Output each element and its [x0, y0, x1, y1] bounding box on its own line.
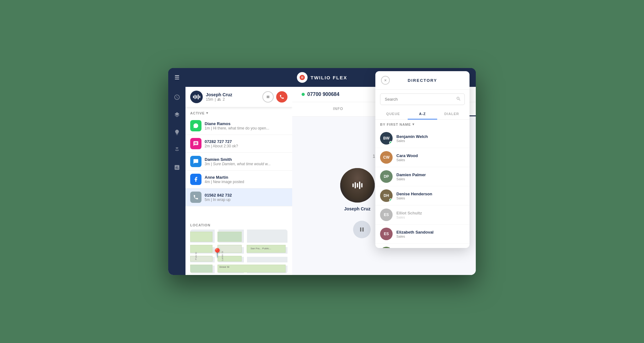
task-item[interactable]: Diane Ramos 1m | Hi there, what time do …	[185, 117, 292, 135]
directory-header: × DIRECTORY	[375, 71, 470, 90]
tab-dialer[interactable]: DIALER	[437, 109, 466, 119]
bulb-icon[interactable]	[171, 127, 183, 138]
contact-role: Sales	[396, 158, 465, 162]
tab-info[interactable]: INFO	[292, 102, 384, 116]
task-content: Anne Martin 4m | New image posted	[205, 175, 287, 184]
call-phone-number: 07700 900684	[307, 92, 339, 97]
directory-close-button[interactable]: ×	[381, 76, 390, 85]
map-area: Polk St Larkin St San Fra... Public... G…	[190, 230, 287, 273]
status-indicator	[389, 198, 392, 202]
sort-dropdown-icon: ▾	[412, 122, 415, 126]
tab-queue[interactable]: QUEUE	[378, 109, 408, 119]
task-item[interactable]: 01562 842 732 5m | In wrap up	[185, 188, 292, 206]
contact-info: Elizabeth Sandoval Sales	[396, 230, 465, 238]
contact-name: Cara Wood	[396, 153, 465, 158]
contact-role: Sales	[396, 139, 465, 143]
task-name: 07282 727 727	[205, 139, 287, 144]
directory-item[interactable]: ES Elliot Schultz Sales	[375, 205, 470, 224]
active-dropdown-icon[interactable]: ▾	[206, 111, 208, 115]
task-panel: Joseph Cruz 15m | 2	[185, 87, 292, 275]
task-name: Anne Martin	[205, 175, 287, 180]
compass-icon[interactable]	[171, 92, 183, 103]
directory-item[interactable]: DH Denise Henderson Sales	[375, 186, 470, 205]
contact-avatar: BW	[380, 132, 393, 145]
status-indicator	[389, 141, 392, 144]
call-info: Joseph Cruz 15m | 2	[206, 92, 259, 102]
contact-avatar: ES	[380, 228, 393, 240]
task-content: Diane Ramos 1m | Hi there, what time do …	[205, 121, 287, 130]
contact-avatar: DP	[380, 170, 393, 183]
map-pin: 📍	[212, 248, 223, 258]
layers-icon[interactable]	[171, 109, 183, 120]
active-call-header: Joseph Cruz 15m | 2	[185, 87, 292, 107]
task-item[interactable]: Anne Martin 4m | New image posted	[185, 171, 292, 188]
tab-az[interactable]: A-Z	[408, 109, 437, 119]
contact-avatar: DH	[380, 189, 393, 202]
directory-item[interactable]: ES Elizabeth Sandoval Sales	[375, 224, 470, 244]
directory-item[interactable]: BW Benjamin Welch Sales	[375, 129, 470, 148]
chart-icon[interactable]	[171, 162, 183, 173]
active-caller-name: Joseph Cruz	[206, 92, 259, 97]
screen-wrapper: ☰ TWILIO FLEX	[168, 68, 476, 275]
contact-name: Elizabeth Sandoval	[396, 230, 465, 235]
call-meta: 15m | 2	[206, 97, 259, 102]
contact-role: Sales	[396, 215, 465, 219]
task-item[interactable]: Damien Smith 3m | Sure Damien, what time…	[185, 153, 292, 171]
app-logo: TWILIO FLEX	[297, 72, 347, 83]
participant-caller: Joseph Cruz	[340, 168, 375, 211]
live-indicator	[302, 93, 305, 96]
contact-info: Elliot Schultz Sales	[396, 211, 465, 219]
contact-avatar: ES	[380, 208, 393, 221]
task-content: Damien Smith 3m | Sure Damien, what time…	[205, 157, 287, 166]
task-content: 01562 842 732 5m | In wrap up	[205, 193, 287, 202]
task-item[interactable]: 07282 727 727 2m | About 2:30 ok?	[185, 135, 292, 153]
menu-button[interactable]: ☰	[174, 74, 180, 81]
contact-info: Damien Palmer Sales	[396, 172, 465, 181]
contact-role: Sales	[396, 196, 465, 200]
app-title: TWILIO FLEX	[311, 75, 347, 80]
active-label: ACTIVE ▾	[190, 111, 287, 115]
task-name: Damien Smith	[205, 157, 287, 162]
phone-icon	[190, 192, 201, 203]
call-participants: 2	[223, 97, 225, 102]
hold-button[interactable]	[353, 221, 371, 238]
directory-tabs: QUEUE A-Z DIALER	[375, 109, 470, 120]
sidebar-icons	[168, 87, 185, 275]
directory-item[interactable]: CW Cara Wood Sales	[375, 148, 470, 167]
contact-info: Benjamin Welch Sales	[396, 134, 465, 143]
search-input[interactable]	[380, 93, 465, 105]
location-section: LOCATION	[185, 220, 292, 275]
contact-info: Denise Henderson Sales	[396, 192, 465, 200]
directory-sort[interactable]: BY FIRST NAME ▾	[375, 120, 470, 129]
directory-item[interactable]: DP Damien Palmer Sales	[375, 167, 470, 186]
contact-avatar: FM	[380, 247, 393, 248]
glasses-icon[interactable]	[171, 144, 183, 156]
directory-item[interactable]: FM Felix Marshall Sales	[375, 244, 470, 248]
pause-call-button[interactable]	[262, 91, 274, 103]
caller-avatar	[340, 168, 375, 203]
active-section: ACTIVE ▾	[185, 107, 292, 117]
facebook-icon	[190, 174, 201, 185]
chat-icon	[190, 156, 201, 167]
contact-info: Cara Wood Sales	[396, 153, 465, 162]
contact-role: Sales	[396, 235, 465, 238]
contact-role: Sales	[396, 177, 465, 181]
caller-name: Joseph Cruz	[344, 206, 370, 211]
contact-name: Damien Palmer	[396, 172, 465, 177]
task-preview: 1m | Hi there, what time do you open...	[205, 126, 287, 130]
logo-circle	[297, 72, 308, 83]
directory-list: BW Benjamin Welch Sales CW Cara Wood Sal…	[375, 129, 470, 248]
call-actions	[262, 91, 287, 103]
directory-search	[380, 93, 465, 105]
end-call-button[interactable]	[276, 91, 287, 103]
sms-icon	[190, 138, 201, 149]
call-duration: 15m	[206, 97, 213, 102]
contact-avatar: CW	[380, 151, 393, 164]
directory-title: DIRECTORY	[408, 78, 437, 83]
task-content: 07282 727 727 2m | About 2:30 ok?	[205, 139, 287, 148]
search-icon	[456, 96, 461, 103]
directory-panel: × DIRECTORY QUEUE A-Z DIALER BY FIRST NA…	[375, 71, 470, 248]
contact-name: Benjamin Welch	[396, 134, 465, 139]
task-name: 01562 842 732	[205, 193, 287, 198]
contact-name: Elliot Schultz	[396, 211, 465, 215]
